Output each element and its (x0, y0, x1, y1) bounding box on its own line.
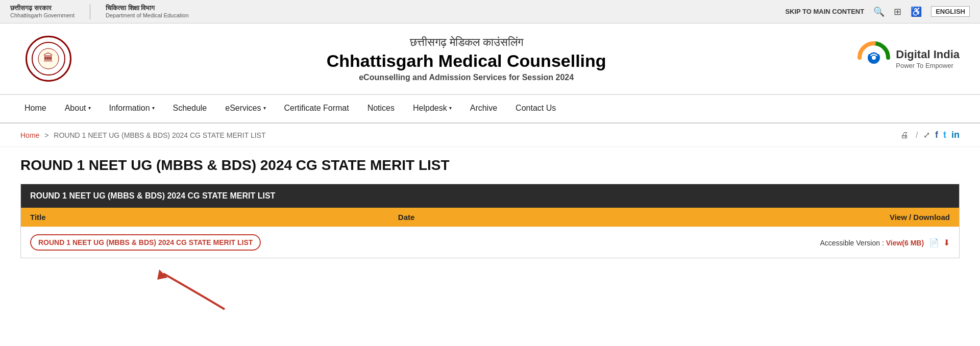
main-content: ROUND 1 NEET UG (MBBS & BDS) 2024 CG STA… (0, 147, 980, 325)
breadcrumb-separator: > (44, 131, 48, 139)
svg-text:🏛: 🏛 (43, 52, 54, 63)
skip-to-main-link[interactable]: SKIP TO MAIN CONTENT (785, 8, 864, 15)
page-title: ROUND 1 NEET UG (MBBS & BDS) 2024 CG STA… (20, 157, 960, 174)
digital-india-subtitle: Power To Empower (896, 62, 960, 69)
search-icon[interactable]: 🔍 (873, 6, 885, 17)
print-icon[interactable]: 🖨 (900, 131, 909, 140)
nav-schedule[interactable]: Schedule (164, 94, 216, 123)
language-button[interactable]: ENGLISH (931, 6, 970, 17)
col-download-header: View / Download (582, 213, 950, 221)
divider: / (916, 131, 916, 140)
gov-logo: 🏛 (26, 36, 71, 82)
linkedin-icon[interactable]: in (951, 130, 960, 140)
gov1: छत्तीसगढ़ सरकार Chhattisgarh Government (10, 4, 75, 19)
logo-container: 🏛 (20, 36, 77, 82)
nav-home[interactable]: Home (15, 94, 56, 123)
pdf-icon[interactable]: 📄 (929, 238, 939, 248)
header: 🏛 छत्तीसगढ़ मेडिकल काउंसलिंग Chhattisgar… (0, 23, 980, 95)
header-right: Digital India Power To Empower (856, 38, 960, 79)
nav-about[interactable]: About ▾ (56, 94, 100, 123)
share-icon[interactable]: ⤢ (923, 130, 930, 140)
nav-information[interactable]: Information ▾ (100, 94, 164, 123)
header-hindi-title: छत्तीसगढ़ मेडिकल काउंसलिंग (77, 36, 856, 49)
sitemap-icon[interactable]: ⊞ (894, 6, 901, 17)
gov1-line1: छत्तीसगढ़ सरकार (10, 4, 52, 12)
facebook-icon[interactable]: f (935, 130, 938, 140)
gov2-line1: चिकित्सा शिक्षा विभाग (106, 4, 155, 12)
divider (90, 4, 90, 19)
breadcrumb-bar: Home > ROUND 1 NEET UG (MBBS & BDS) 2024… (0, 123, 980, 147)
top-bar-right: SKIP TO MAIN CONTENT 🔍 ⊞ ♿ ENGLISH (785, 6, 970, 17)
breadcrumb: Home > ROUND 1 NEET UG (MBBS & BDS) 2024… (20, 131, 266, 139)
chevron-down-icon: ▾ (152, 105, 155, 111)
row-download-cell: Accessible Version : View(6 MB) 📄 ⬇ (582, 238, 950, 248)
merit-list-table: ROUND 1 NEET UG (MBBS & BDS) 2024 CG STA… (20, 184, 960, 258)
red-arrow-annotation (122, 253, 276, 314)
chevron-down-icon: ▾ (263, 105, 266, 111)
main-nav: Home About ▾ Information ▾ Schedule eSer… (0, 95, 980, 123)
table-dark-header: ROUND 1 NEET UG (MBBS & BDS) 2024 CG STA… (21, 184, 959, 208)
digital-india-logo: Digital India Power To Empower (856, 38, 960, 79)
view-download-link[interactable]: View(6 MB) (886, 239, 924, 247)
row-title-cell: ROUND 1 NEET UG (MBBS & BDS) 2024 CG STA… (30, 234, 398, 251)
digital-india-title: Digital India (896, 48, 960, 61)
nav-helpdesk[interactable]: Helpdesk ▾ (404, 94, 461, 123)
table-header-text: ROUND 1 NEET UG (MBBS & BDS) 2024 CG STA… (30, 191, 275, 200)
download-icon[interactable]: ⬇ (943, 238, 950, 248)
gov1-line2: Chhattisgarh Government (10, 12, 75, 18)
annotation-arrow-container (20, 253, 960, 304)
svg-point-4 (872, 56, 876, 60)
accessible-version-label: Accessible Version : (820, 239, 884, 247)
breadcrumb-current: ROUND 1 NEET UG (MBBS & BDS) 2024 CG STA… (54, 131, 265, 139)
digital-india-text: Digital India Power To Empower (896, 48, 960, 69)
chevron-down-icon: ▾ (88, 105, 91, 111)
nav-archive[interactable]: Archive (461, 94, 506, 123)
table-col-headers: Title Date View / Download (21, 208, 959, 227)
gov2-line2: Department of Medical Education (106, 12, 189, 18)
top-bar: छत्तीसगढ़ सरकार Chhattisgarh Government … (0, 0, 980, 23)
twitter-icon[interactable]: t (943, 130, 946, 140)
merit-list-link[interactable]: ROUND 1 NEET UG (MBBS & BDS) 2024 CG STA… (30, 234, 261, 251)
download-icons: 📄 ⬇ (929, 238, 950, 248)
nav-certificate-format[interactable]: Certificate Format (275, 94, 358, 123)
header-subtitle: eCounselling and Admission Services for … (77, 73, 856, 82)
nav-contact-us[interactable]: Contact Us (506, 94, 565, 123)
header-center: छत्तीसगढ़ मेडिकल काउंसलिंग Chhattisgarh … (77, 36, 856, 82)
breadcrumb-home[interactable]: Home (20, 131, 39, 139)
nav-notices[interactable]: Notices (358, 94, 404, 123)
nav-eservices[interactable]: eServices ▾ (216, 94, 275, 123)
col-date-header: Date (398, 213, 582, 221)
col-title-header: Title (30, 213, 398, 221)
chevron-down-icon: ▾ (449, 105, 452, 111)
top-bar-left: छत्तीसगढ़ सरकार Chhattisgarh Government … (10, 4, 189, 19)
header-main-title: Chhattisgarh Medical Counselling (77, 51, 856, 71)
share-icons: 🖨 / ⤢ f t in (900, 130, 960, 140)
gov2: चिकित्सा शिक्षा विभाग Department of Medi… (106, 4, 189, 19)
digital-india-icon (856, 38, 892, 79)
accessibility-icon[interactable]: ♿ (911, 6, 922, 17)
